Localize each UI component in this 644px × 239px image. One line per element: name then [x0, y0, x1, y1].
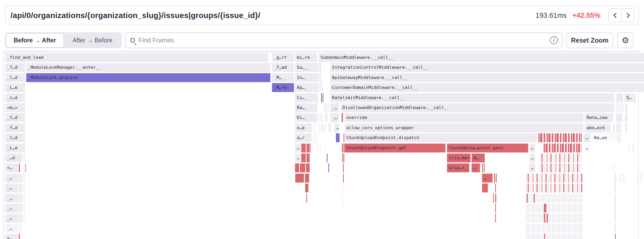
flame-frame[interactable]	[625, 123, 627, 132]
flame-frame[interactable]: mi…re	[295, 53, 317, 62]
flame-frame[interactable]	[19, 174, 22, 183]
flame-frame[interactable]: _…	[330, 113, 339, 122]
flame-frame[interactable]: <…	[5, 163, 18, 172]
flame-frame[interactable]	[307, 153, 310, 162]
info-icon[interactable]: i	[550, 36, 558, 44]
flame-frame[interactable]	[616, 123, 618, 132]
flame-frame[interactable]	[336, 133, 340, 142]
flame-frame[interactable]	[306, 194, 307, 203]
flame-frame[interactable]	[640, 174, 643, 183]
flame-frame[interactable]	[321, 123, 322, 132]
flame-frame[interactable]	[342, 144, 343, 152]
flame-frame[interactable]	[23, 184, 25, 192]
flame-frame[interactable]: _…	[5, 214, 18, 223]
flame-frame[interactable]: Di…_	[295, 113, 317, 122]
flame-frame[interactable]	[324, 144, 325, 152]
flame-frame[interactable]: RatelimitMiddleware.__call__	[330, 93, 614, 102]
flame-frame[interactable]: …	[334, 123, 339, 132]
flame-frame[interactable]: _L…e	[5, 144, 25, 152]
next-sample-button[interactable]	[621, 8, 635, 22]
flame-frame[interactable]	[23, 214, 25, 223]
flame-frame[interactable]: _…d	[5, 153, 22, 162]
flame-frame[interactable]	[544, 214, 545, 223]
flame-frame[interactable]: <m…>	[5, 103, 25, 112]
flame-frame[interactable]: _M…re	[272, 83, 294, 92]
flame-frame[interactable]: IntegrationControlMiddleware.__call__	[330, 63, 644, 72]
flame-frame[interactable]	[316, 83, 318, 92]
flame-frame[interactable]	[494, 174, 495, 183]
after-before-button[interactable]: After → Before	[64, 33, 121, 48]
flame-frame[interactable]: _…	[5, 204, 18, 213]
flame-frame[interactable]: a…r	[295, 133, 312, 142]
flame-frame[interactable]: _M…__	[272, 73, 294, 82]
flame-frame[interactable]	[19, 234, 20, 239]
flame-frame[interactable]: …	[584, 133, 591, 142]
flame-frame[interactable]	[619, 133, 621, 142]
flame-frame[interactable]	[544, 234, 545, 239]
flame-frame[interactable]	[493, 194, 494, 203]
flame-frame[interactable]	[482, 163, 483, 172]
flame-frame[interactable]	[343, 133, 344, 142]
flame-frame[interactable]	[321, 113, 322, 122]
flame-frame[interactable]: …	[482, 174, 493, 183]
prev-sample-button[interactable]	[608, 8, 621, 22]
flame-frame[interactable]: o…e	[295, 123, 312, 132]
flame-frame[interactable]	[323, 93, 324, 102]
flame-frame[interactable]: …	[472, 163, 480, 172]
flame-frame[interactable]	[295, 174, 304, 183]
flame-frame[interactable]	[343, 194, 343, 203]
flame-frame[interactable]: _…	[5, 194, 18, 203]
flame-frame[interactable]: _g…rt	[272, 53, 294, 62]
flame-frame[interactable]	[544, 204, 546, 213]
flame-frame[interactable]: _f…d	[5, 113, 25, 122]
flame-frame[interactable]	[495, 194, 496, 203]
flame-frame[interactable]	[19, 163, 20, 172]
flame-frame[interactable]	[307, 144, 310, 152]
flame-frame[interactable]	[628, 144, 630, 152]
flame-frame[interactable]: override	[345, 113, 583, 122]
flame-frame[interactable]: _l…d	[5, 73, 25, 82]
flame-frame[interactable]	[23, 153, 26, 162]
flame-frame[interactable]: _ModuleLock.acquire	[26, 73, 270, 82]
flame-frame[interactable]: Re…ue	[592, 133, 616, 142]
flame-frame[interactable]	[19, 214, 22, 223]
flame-frame[interactable]	[23, 174, 25, 183]
flame-frame[interactable]: _…	[5, 174, 18, 183]
flame-frame[interactable]	[305, 184, 308, 192]
before-after-button[interactable]: Before → After	[6, 33, 64, 48]
flame-frame[interactable]	[320, 144, 321, 152]
flame-frame[interactable]: …	[529, 163, 535, 172]
flame-frame[interactable]	[328, 103, 329, 112]
flame-frame[interactable]	[319, 123, 319, 132]
flame-frame[interactable]: _ModuleLockManager.__enter__	[26, 63, 270, 72]
flame-frame[interactable]: _f…d	[5, 123, 25, 132]
flame-frame[interactable]	[316, 73, 319, 82]
flame-frame[interactable]	[632, 144, 634, 152]
flame-frame[interactable]	[300, 163, 305, 172]
flame-frame[interactable]	[544, 144, 582, 152]
flame-frame[interactable]	[326, 103, 327, 112]
flame-frame[interactable]	[534, 194, 535, 203]
flame-frame[interactable]	[316, 93, 318, 102]
flame-frame[interactable]: _c…d	[5, 93, 25, 102]
transaction-path[interactable]: /api/0/organizations/{organization_slug}…	[10, 11, 536, 20]
flame-frame[interactable]: DisallowedOrganizationMiddleware.__call_…	[341, 103, 614, 112]
flame-frame[interactable]: Ra…_	[295, 103, 317, 112]
flame-frame[interactable]	[526, 214, 583, 223]
flame-frame[interactable]: SubdomainMiddleware.__call__	[319, 53, 644, 62]
flame-frame[interactable]	[316, 63, 319, 72]
flame-frame[interactable]: ApiGatewayMiddleware.__call__	[330, 73, 644, 82]
flame-frame[interactable]: CustomerDomainMiddleware.__call__	[330, 83, 644, 92]
flame-frame[interactable]	[540, 163, 582, 172]
flame-frame[interactable]: _f…ad	[272, 63, 294, 72]
flame-frame[interactable]	[526, 234, 583, 239]
flame-frame[interactable]	[343, 174, 344, 183]
flame-frame[interactable]	[23, 163, 25, 172]
flame-frame[interactable]	[342, 113, 343, 122]
flame-frame[interactable]	[23, 194, 25, 203]
flame-frame[interactable]: _l…d	[5, 133, 25, 142]
flame-frame[interactable]	[318, 113, 318, 122]
flame-frame[interactable]: _…	[5, 184, 18, 192]
flame-frame[interactable]: _…	[330, 103, 339, 112]
flame-frame[interactable]	[625, 113, 627, 122]
